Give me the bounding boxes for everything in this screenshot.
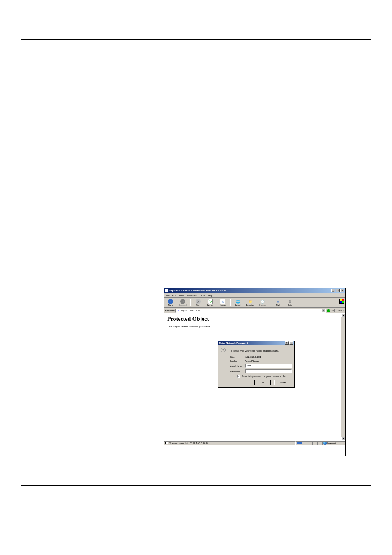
save-password-checkbox[interactable]: ✓: [237, 375, 240, 378]
stop-button[interactable]: ✕Stop: [193, 299, 203, 306]
address-bar: Address http://192.168.0.201/ ➜Go Links …: [164, 308, 345, 313]
menu-tools[interactable]: Tools: [199, 294, 205, 297]
scroll-down-button[interactable]: ▾: [341, 437, 345, 440]
back-button[interactable]: Back: [166, 299, 175, 306]
page-content: ▴ ▾ Protected Object This object on the …: [164, 313, 345, 440]
close-button[interactable]: ×: [340, 289, 344, 292]
ie-browser-window: http://192.168.0.201/ - Microsoft Intern…: [164, 288, 346, 456]
minimize-button[interactable]: _: [331, 289, 335, 292]
history-icon: 🕓: [260, 299, 265, 304]
window-titlebar[interactable]: http://192.168.0.201/ - Microsoft Intern…: [164, 288, 345, 293]
document-mid-rule-3: [168, 233, 208, 233]
page-icon: [177, 309, 180, 312]
page-status-icon: [165, 442, 168, 444]
site-label: Site:: [230, 356, 244, 358]
scroll-up-button[interactable]: ▴: [341, 313, 345, 317]
menu-favorites[interactable]: Favorites: [187, 294, 197, 297]
stop-icon: ✕: [196, 299, 201, 304]
window-title: http://192.168.0.201/ - Microsoft Intern…: [169, 289, 331, 292]
network-password-dialog: Enter Network Password ? × ? Please type…: [218, 341, 295, 388]
print-button[interactable]: 🖶Print: [285, 299, 295, 306]
site-value: 192.168.0.201: [245, 356, 261, 358]
maximize-button[interactable]: □: [336, 289, 340, 292]
password-label: Password: [230, 370, 244, 373]
ie-app-icon: [165, 289, 168, 292]
home-button[interactable]: ⌂Home: [218, 299, 228, 306]
print-icon: 🖶: [288, 299, 293, 304]
status-pane-small: [312, 441, 317, 445]
dialog-title: Enter Network Password: [219, 342, 285, 344]
go-icon: ➜: [327, 309, 330, 312]
dialog-help-button[interactable]: ?: [285, 341, 289, 345]
menu-bar: File Edit View Favorites Tools Help: [164, 293, 345, 298]
toolbar: Back Forward ✕Stop ↻Refresh ⌂Home 🌐Searc…: [164, 298, 345, 308]
page-heading: Protected Object: [167, 316, 342, 322]
password-input[interactable]: ••••••••: [245, 369, 292, 373]
address-value: http://192.168.0.201/: [181, 309, 200, 312]
search-icon: 🌐: [235, 299, 240, 304]
menu-file[interactable]: File: [166, 294, 170, 297]
internet-zone-icon: [323, 442, 327, 445]
refresh-button[interactable]: ↻Refresh: [205, 299, 215, 306]
progress-bar: [296, 441, 312, 445]
toolbar-separator: [190, 299, 191, 306]
menu-edit[interactable]: Edit: [172, 294, 176, 297]
realm-label: Realm: [230, 360, 244, 362]
document-mid-rule: [134, 167, 371, 167]
mail-icon: ✉: [275, 299, 280, 304]
links-button[interactable]: Links »: [334, 309, 344, 312]
favorites-button[interactable]: 📁Favorites: [245, 299, 255, 306]
security-zone-pane: Internet: [322, 441, 345, 445]
forward-button: Forward: [178, 299, 188, 306]
toolbar-separator: [270, 299, 270, 306]
dialog-titlebar[interactable]: Enter Network Password ? ×: [218, 341, 294, 345]
toolbar-separator: [230, 299, 231, 306]
menu-help[interactable]: Help: [208, 294, 212, 297]
document-bottom-rule: [21, 485, 371, 486]
forward-arrow-icon: [180, 299, 185, 304]
menu-view[interactable]: View: [179, 294, 184, 297]
username-label: User Name: [230, 365, 244, 367]
windows-flag-icon: [339, 299, 344, 304]
ok-button[interactable]: OK: [255, 380, 270, 385]
search-button[interactable]: 🌐Search: [233, 299, 243, 306]
back-arrow-icon: [168, 299, 173, 304]
favorites-icon: 📁: [248, 299, 253, 304]
document-top-rule: [21, 39, 371, 40]
save-password-label[interactable]: Save this password in your password list: [242, 375, 286, 378]
keys-icon: ?: [221, 348, 227, 354]
dialog-body: ? Please type your user name and passwor…: [218, 345, 294, 387]
zone-text: Internet: [327, 442, 336, 444]
dialog-instruction: Please type your user name and password.: [231, 350, 279, 352]
status-pane-small: [317, 441, 322, 445]
page-body-text: This object on the server is protected.: [167, 325, 342, 328]
username-input[interactable]: root: [245, 364, 292, 368]
dialog-close-button[interactable]: ×: [289, 341, 293, 345]
refresh-icon: ↻: [208, 299, 213, 304]
status-text: Opening page http://192.168.0.201/...: [169, 442, 210, 444]
vertical-scrollbar[interactable]: ▴ ▾: [341, 313, 345, 440]
address-label: Address: [165, 309, 175, 312]
status-text-pane: Opening page http://192.168.0.201/...: [164, 441, 296, 445]
address-input[interactable]: http://192.168.0.201/: [175, 309, 326, 313]
mail-button[interactable]: ✉Mail: [273, 299, 283, 306]
go-button[interactable]: ➜Go: [327, 309, 334, 312]
status-bar: Opening page http://192.168.0.201/... In…: [164, 440, 345, 445]
cancel-button[interactable]: Cancel: [274, 380, 290, 385]
history-button[interactable]: 🕓History: [258, 299, 267, 306]
realm-value: VisualServer: [245, 360, 259, 362]
document-mid-rule-2: [21, 180, 113, 180]
home-icon: ⌂: [220, 299, 225, 304]
